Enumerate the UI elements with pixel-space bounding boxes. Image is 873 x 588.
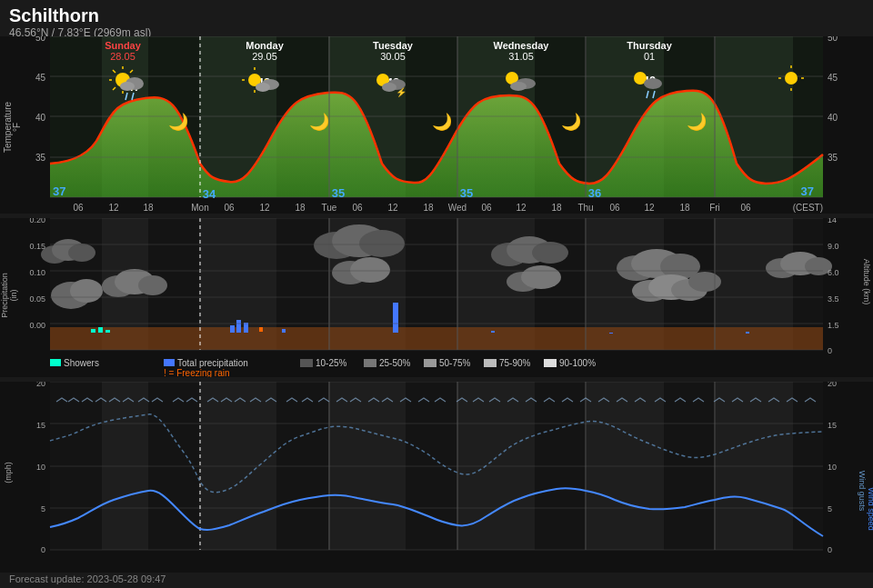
svg-point-128 xyxy=(138,275,167,295)
svg-text:🌙: 🌙 xyxy=(309,112,330,132)
svg-text:06: 06 xyxy=(740,203,751,213)
svg-text:30.05: 30.05 xyxy=(380,51,406,62)
svg-rect-205 xyxy=(276,382,328,550)
svg-text:0.10: 0.10 xyxy=(29,268,45,277)
svg-text:25-50%: 25-50% xyxy=(379,358,411,368)
svg-text:06: 06 xyxy=(609,203,620,213)
svg-rect-158 xyxy=(98,327,103,333)
svg-text:🌙: 🌙 xyxy=(168,112,189,132)
svg-text:Tuesday: Tuesday xyxy=(373,40,414,51)
svg-text:18: 18 xyxy=(423,203,434,213)
svg-text:! = Freezing rain: ! = Freezing rain xyxy=(164,368,230,377)
svg-text:5: 5 xyxy=(41,504,45,513)
svg-text:35: 35 xyxy=(460,186,473,200)
svg-rect-160 xyxy=(259,327,263,332)
svg-text:1.5: 1.5 xyxy=(828,321,839,330)
svg-text:9.0: 9.0 xyxy=(828,242,839,251)
svg-point-107 xyxy=(785,72,798,85)
svg-point-93 xyxy=(382,83,396,92)
svg-text:10: 10 xyxy=(36,463,45,472)
svg-rect-193 xyxy=(364,359,376,367)
svg-point-131 xyxy=(359,230,405,257)
svg-text:12: 12 xyxy=(387,203,398,213)
svg-text:0: 0 xyxy=(828,346,832,355)
svg-text:01: 01 xyxy=(644,51,655,62)
svg-text:75-90%: 75-90% xyxy=(499,358,531,368)
svg-rect-195 xyxy=(424,359,436,367)
svg-text:🌙: 🌙 xyxy=(687,112,707,132)
svg-text:40: 40 xyxy=(828,113,838,123)
svg-rect-199 xyxy=(544,359,557,367)
svg-text:⚡: ⚡ xyxy=(396,86,407,98)
svg-text:18: 18 xyxy=(551,203,562,213)
svg-rect-204 xyxy=(148,382,199,550)
svg-text:10: 10 xyxy=(828,463,837,472)
svg-text:20: 20 xyxy=(36,382,45,388)
svg-text:12: 12 xyxy=(644,203,655,213)
temperature-chart: 50 45 40 35 50 45 40 35 Temperature °F 4… xyxy=(0,36,873,214)
svg-text:37: 37 xyxy=(801,184,814,198)
svg-text:45: 45 xyxy=(35,73,46,83)
svg-text:18: 18 xyxy=(295,203,306,213)
svg-text:(mph): (mph) xyxy=(4,462,13,483)
svg-text:34: 34 xyxy=(203,187,216,201)
svg-text:18: 18 xyxy=(679,203,690,213)
precipitation-chart: 0.20 0.15 0.10 0.05 0.00 Precipitation (… xyxy=(0,218,873,377)
svg-text:06: 06 xyxy=(352,203,363,213)
svg-text:29.05: 29.05 xyxy=(252,51,277,62)
svg-rect-157 xyxy=(91,329,95,333)
svg-rect-156 xyxy=(746,332,749,334)
svg-text:🌙: 🌙 xyxy=(432,112,453,132)
svg-text:50: 50 xyxy=(35,36,46,43)
svg-text:0.15: 0.15 xyxy=(29,242,45,251)
svg-text:6.0: 6.0 xyxy=(828,268,839,277)
svg-rect-151 xyxy=(244,323,248,333)
svg-text:Total precipitation: Total precipitation xyxy=(177,358,248,368)
svg-text:0.20: 0.20 xyxy=(29,218,45,224)
svg-rect-189 xyxy=(164,359,175,366)
svg-rect-152 xyxy=(393,303,398,333)
svg-rect-120 xyxy=(50,327,823,350)
svg-text:0.00: 0.00 xyxy=(29,321,45,330)
svg-text:Monday: Monday xyxy=(246,40,284,51)
svg-point-136 xyxy=(532,242,568,264)
svg-text:Precipitation: Precipitation xyxy=(0,273,9,318)
svg-text:40: 40 xyxy=(35,113,46,123)
svg-text:15: 15 xyxy=(36,421,45,430)
svg-point-138 xyxy=(521,265,561,289)
svg-text:35: 35 xyxy=(332,186,345,200)
svg-text:90-100%: 90-100% xyxy=(559,358,596,368)
svg-text:5: 5 xyxy=(828,504,832,513)
svg-text:Wind gusts: Wind gusts xyxy=(858,471,867,512)
svg-point-145 xyxy=(688,272,721,292)
svg-text:20: 20 xyxy=(828,382,837,388)
svg-text:18: 18 xyxy=(143,203,154,213)
svg-text:12: 12 xyxy=(259,203,270,213)
svg-text:Wed: Wed xyxy=(448,203,467,213)
svg-text:Sunday: Sunday xyxy=(105,40,142,51)
svg-text:Tue: Tue xyxy=(322,203,337,213)
svg-text:Showers: Showers xyxy=(64,358,99,368)
svg-text:Mon: Mon xyxy=(191,203,208,213)
svg-text:36: 36 xyxy=(588,186,601,200)
svg-text:(in): (in) xyxy=(9,289,18,301)
svg-point-97 xyxy=(510,82,527,91)
svg-rect-197 xyxy=(484,359,497,367)
svg-text:3.5: 3.5 xyxy=(828,294,839,304)
svg-rect-155 xyxy=(609,333,613,334)
svg-rect-153 xyxy=(282,329,286,333)
svg-text:Fri: Fri xyxy=(709,203,720,213)
svg-text:Thu: Thu xyxy=(577,203,593,213)
svg-rect-191 xyxy=(300,359,313,367)
wind-chart: 20 15 10 5 0 (mph) 20 15 10 5 0 Wind gus… xyxy=(0,382,873,573)
svg-text:37: 37 xyxy=(53,184,65,198)
svg-text:Wind speed: Wind speed xyxy=(867,487,873,531)
svg-text:10-25%: 10-25% xyxy=(316,358,347,368)
svg-rect-150 xyxy=(236,320,241,333)
svg-point-133 xyxy=(350,257,390,283)
svg-text:28.05: 28.05 xyxy=(110,51,135,62)
svg-point-81 xyxy=(120,82,135,91)
svg-text:12: 12 xyxy=(108,203,119,213)
svg-text:50-75%: 50-75% xyxy=(439,358,471,368)
svg-text:06: 06 xyxy=(481,203,492,213)
